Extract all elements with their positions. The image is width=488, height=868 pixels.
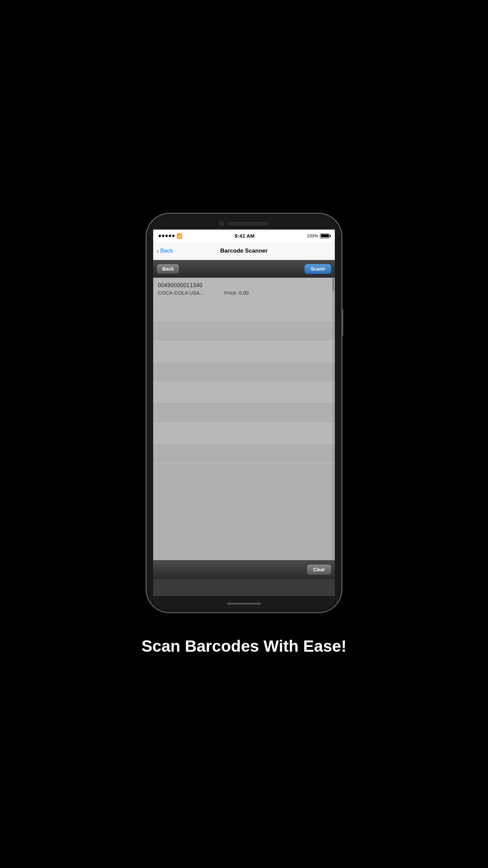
page-wrapper: 📶 9:41 AM 100% ‹ Back Barcode Scanner xyxy=(0,0,488,868)
top-toolbar: Back Scann xyxy=(153,260,335,278)
product-name: COCA-COLA USA... xyxy=(158,290,204,296)
clear-button[interactable]: Clear xyxy=(307,564,331,575)
status-bar: 📶 9:41 AM 100% xyxy=(153,230,335,242)
list-item-2 xyxy=(153,321,335,341)
list-item-4 xyxy=(153,362,335,382)
nav-back-button[interactable]: ‹ Back xyxy=(157,247,173,255)
scrollbar[interactable] xyxy=(332,278,334,560)
battery-fill xyxy=(321,234,329,237)
signal-dot-3 xyxy=(165,235,168,237)
content-area: 00490000011340 COCA-COLA USA... Price: 0… xyxy=(153,278,335,560)
signal-dot-4 xyxy=(169,235,171,237)
list-item-8 xyxy=(153,443,335,463)
status-battery: 100% xyxy=(307,233,329,238)
home-bar xyxy=(227,603,261,605)
list-item-5 xyxy=(153,382,335,402)
nav-back-label: Back xyxy=(160,248,173,254)
address-bar xyxy=(153,579,335,596)
list-item-7 xyxy=(153,423,335,443)
speaker-bar xyxy=(228,222,269,225)
toolbar-back-button[interactable]: Back xyxy=(157,264,179,274)
signal-dot-5 xyxy=(172,235,175,237)
nav-title: Barcode Scanner xyxy=(220,248,268,254)
phone-bottom xyxy=(147,597,341,612)
tagline: Scan Barcodes With Ease! xyxy=(141,637,346,655)
status-signal: 📶 xyxy=(159,233,182,239)
product-info: COCA-COLA USA... Price: 0.00 xyxy=(158,290,330,296)
list-item-0[interactable]: 00490000011340 COCA-COLA USA... Price: 0… xyxy=(153,278,335,301)
list-rows: 00490000011340 COCA-COLA USA... Price: 0… xyxy=(153,278,335,560)
phone-top-bar xyxy=(147,214,341,230)
bottom-toolbar: Clear xyxy=(153,560,335,579)
back-chevron-icon: ‹ xyxy=(157,247,159,255)
signal-dot-2 xyxy=(162,235,164,237)
signal-dot-1 xyxy=(159,235,161,237)
battery-percent: 100% xyxy=(307,233,318,238)
wifi-icon: 📶 xyxy=(177,233,182,239)
list-item-6 xyxy=(153,402,335,423)
phone-screen: 📶 9:41 AM 100% ‹ Back Barcode Scanner xyxy=(153,230,335,596)
product-price: Price: 0.00 xyxy=(224,290,249,296)
list-item-1 xyxy=(153,301,335,321)
nav-bar: ‹ Back Barcode Scanner xyxy=(153,242,335,260)
signal-dots xyxy=(159,235,175,237)
phone-shell: 📶 9:41 AM 100% ‹ Back Barcode Scanner xyxy=(146,213,342,613)
list-item-3 xyxy=(153,341,335,362)
scrollbar-thumb xyxy=(332,278,334,291)
status-time: 9:41 AM xyxy=(235,233,255,239)
barcode-value: 00490000011340 xyxy=(158,282,330,289)
battery-icon xyxy=(320,234,329,238)
camera-dot xyxy=(219,221,224,226)
toolbar-scann-button[interactable]: Scann xyxy=(304,264,331,274)
